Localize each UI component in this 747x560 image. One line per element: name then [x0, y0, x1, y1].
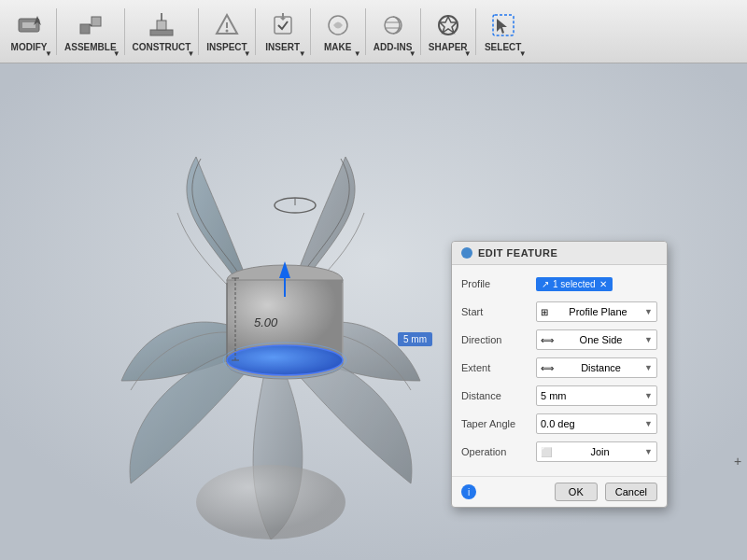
modify-icon — [14, 10, 44, 40]
start-dropdown-text: Profile Plane — [569, 306, 627, 317]
insert-label: INSERT — [265, 42, 300, 52]
profile-value: ↗ 1 selected ✕ — [536, 277, 657, 291]
divider-4 — [255, 8, 256, 55]
operation-row: Operation ⬜ Join ▼ — [461, 441, 657, 463]
modify-arrow: ▼ — [45, 49, 52, 58]
direction-row: Direction ⟺ One Side ▼ — [461, 329, 657, 351]
operation-dropdown[interactable]: ⬜ Join ▼ — [536, 441, 657, 462]
divider-1 — [56, 8, 57, 55]
profile-clear-button[interactable]: ✕ — [599, 279, 607, 289]
svg-rect-1 — [22, 22, 35, 28]
profile-label: Profile — [461, 278, 536, 289]
dialog-title: EDIT FEATURE — [478, 247, 557, 259]
direction-dropdown-icon: ⟺ — [541, 335, 554, 345]
make-label: MAKE — [324, 42, 351, 52]
profile-row: Profile ↗ 1 selected ✕ — [461, 273, 657, 295]
cancel-button[interactable]: Cancel — [605, 483, 657, 501]
select-icon — [488, 10, 518, 40]
toolbar-select[interactable]: SELECT ▼ — [478, 2, 529, 62]
taper-angle-dropdown-arrow: ▼ — [644, 419, 653, 428]
extent-dropdown-arrow: ▼ — [644, 363, 653, 372]
dialog-dot — [461, 247, 472, 259]
shaper-icon — [433, 10, 463, 40]
construct-label: CONSTRUCT — [133, 42, 191, 52]
start-dropdown-arrow: ▼ — [644, 307, 653, 316]
dialog-body: Profile ↗ 1 selected ✕ Start ⊞ Profile P… — [452, 265, 667, 476]
operation-dropdown-text: Join — [590, 446, 609, 457]
taper-angle-value: 0.0 deg ▼ — [536, 413, 657, 434]
toolbar: MODIFY ▼ ASSEMBLE ▼ CONSTRUCT ▼ — [0, 0, 747, 63]
svg-rect-6 — [157, 21, 166, 30]
toolbar-make[interactable]: MAKE ▼ — [313, 2, 363, 62]
ok-button[interactable]: OK — [555, 483, 598, 501]
divider-8 — [475, 8, 476, 55]
extent-dropdown[interactable]: ⟺ Distance ▼ — [536, 357, 657, 378]
divider-2 — [124, 8, 125, 55]
make-icon — [323, 10, 353, 40]
distance-dropdown[interactable]: 5 mm ▼ — [536, 385, 657, 406]
toolbar-addins[interactable]: ADD-INS ▼ — [368, 2, 418, 62]
svg-point-21 — [196, 465, 345, 539]
canvas-area[interactable]: 5.00 5 mm EDIT FEATURE Profile ↗ 1 selec… — [0, 63, 747, 560]
insert-arrow: ▼ — [299, 49, 306, 58]
taper-angle-dropdown[interactable]: 0.0 deg ▼ — [536, 413, 657, 434]
svg-rect-3 — [92, 17, 101, 26]
svg-marker-13 — [280, 18, 286, 21]
start-value: ⊞ Profile Plane ▼ — [536, 301, 657, 322]
extent-label: Extent — [461, 362, 536, 373]
construct-icon — [147, 10, 176, 40]
start-row: Start ⊞ Profile Plane ▼ — [461, 301, 657, 323]
distance-dropdown-arrow: ▼ — [644, 391, 653, 400]
toolbar-insert[interactable]: INSERT ▼ — [258, 2, 308, 62]
inspect-arrow: ▼ — [244, 49, 251, 58]
shaper-label: SHAPER — [429, 42, 468, 52]
svg-marker-19 — [497, 19, 507, 34]
taper-angle-dropdown-text: 0.0 deg — [541, 418, 575, 429]
taper-angle-label: Taper Angle — [461, 418, 536, 429]
toolbar-inspect[interactable]: INSPECT ▼ — [201, 2, 252, 62]
construct-arrow: ▼ — [187, 49, 194, 58]
distance-row: Distance 5 mm ▼ — [461, 385, 657, 407]
extent-dropdown-text: Distance — [581, 362, 621, 373]
divider-6 — [365, 8, 366, 55]
insert-icon — [268, 10, 298, 40]
addins-label: ADD-INS — [374, 42, 413, 52]
mm-input-label[interactable]: 5 mm — [398, 332, 432, 346]
inspect-icon — [212, 10, 242, 40]
taper-angle-row: Taper Angle 0.0 deg ▼ — [461, 413, 657, 435]
toolbar-modify[interactable]: MODIFY ▼ — [4, 2, 54, 62]
shaper-arrow: ▼ — [464, 49, 472, 58]
operation-dropdown-arrow: ▼ — [644, 447, 653, 456]
extent-dropdown-icon: ⟺ — [541, 363, 554, 373]
svg-rect-5 — [150, 30, 173, 35]
svg-rect-2 — [80, 24, 90, 34]
addins-arrow: ▼ — [409, 49, 416, 58]
extent-value: ⟺ Distance ▼ — [536, 357, 657, 378]
dialog-header: EDIT FEATURE — [452, 242, 667, 265]
addins-icon — [378, 10, 408, 40]
distance-label: Distance — [461, 390, 536, 401]
profile-badge[interactable]: ↗ 1 selected ✕ — [536, 277, 613, 291]
inspect-label: INSPECT — [206, 42, 247, 52]
modify-label: MODIFY — [11, 42, 48, 52]
make-arrow: ▼ — [354, 49, 361, 58]
direction-dropdown-text: One Side — [580, 334, 623, 345]
start-label: Start — [461, 306, 536, 317]
toolbar-construct[interactable]: CONSTRUCT ▼ — [127, 2, 197, 62]
toolbar-assemble[interactable]: ASSEMBLE ▼ — [59, 2, 122, 62]
direction-dropdown-arrow: ▼ — [644, 335, 653, 344]
assemble-label: ASSEMBLE — [64, 42, 117, 52]
direction-value: ⟺ One Side ▼ — [536, 329, 657, 350]
direction-dropdown[interactable]: ⟺ One Side ▼ — [536, 329, 657, 350]
assemble-icon — [76, 10, 106, 40]
divider-5 — [310, 8, 311, 55]
operation-value: ⬜ Join ▼ — [536, 441, 657, 462]
info-icon[interactable]: i — [461, 484, 476, 499]
select-arrow: ▼ — [519, 49, 527, 58]
start-dropdown[interactable]: ⊞ Profile Plane ▼ — [536, 301, 657, 322]
divider-7 — [420, 8, 421, 55]
direction-label: Direction — [461, 334, 536, 345]
start-dropdown-icon: ⊞ — [541, 307, 548, 317]
toolbar-shaper[interactable]: SHAPER ▼ — [423, 2, 473, 62]
svg-text:5.00: 5.00 — [254, 315, 278, 329]
